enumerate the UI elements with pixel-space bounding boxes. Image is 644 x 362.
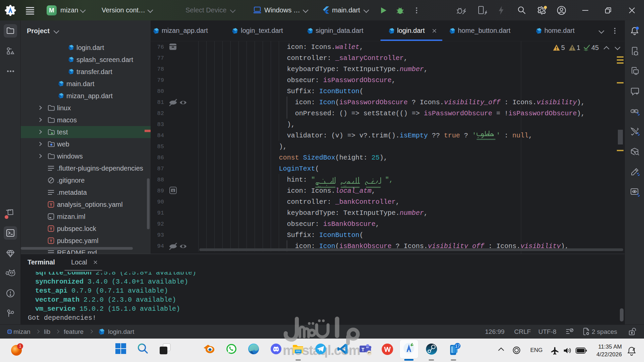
svg-text:1: 1 [19, 344, 21, 349]
svg-text:17: 17 [455, 344, 460, 349]
svg-text:$: $ [172, 189, 174, 192]
svg-text:Y: Y [50, 227, 52, 231]
svg-text:Y: Y [50, 202, 52, 207]
svg-text:Y: Y [50, 239, 52, 243]
svg-text:T: T [362, 347, 365, 352]
